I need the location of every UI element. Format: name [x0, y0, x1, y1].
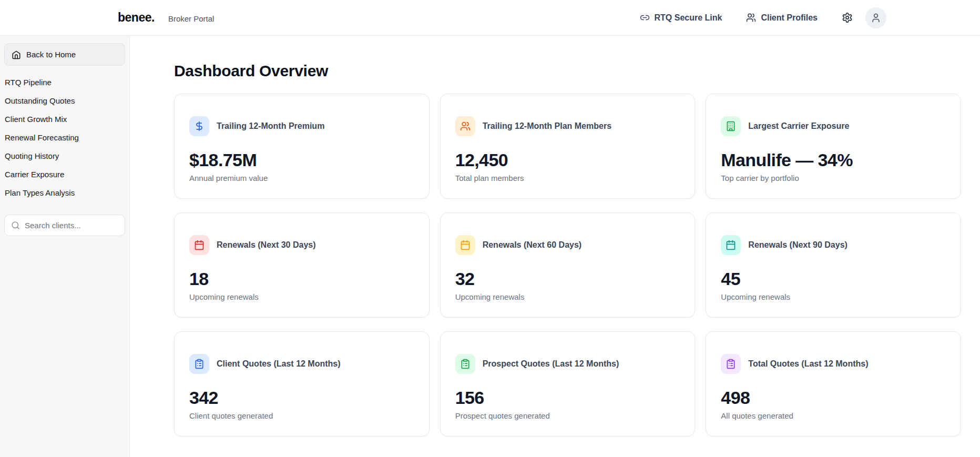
stat-subtitle: Client quotes generated — [189, 411, 414, 420]
settings-button[interactable] — [842, 12, 853, 23]
stat-card-client-quotes: Client Quotes (Last 12 Months) 342 Clien… — [174, 331, 430, 436]
stat-card-renewals-90: Renewals (Next 90 Days) 45 Upcoming rene… — [706, 212, 961, 318]
sidebar: Back to Home RTQ Pipeline Outstanding Qu… — [0, 36, 130, 457]
calendar-icon — [189, 235, 209, 255]
gear-icon — [842, 12, 853, 23]
stat-card-carrier-exposure: Largest Carrier Exposure Manulife — 34% … — [706, 94, 961, 199]
stat-label: Trailing 12-Month Plan Members — [483, 121, 611, 131]
stat-card-trailing-premium: Trailing 12-Month Premium $18.75M Annual… — [174, 94, 430, 199]
clipboard-list-icon — [721, 354, 741, 374]
main-content: Dashboard Overview Trailing 12-Month Pre… — [130, 36, 980, 457]
stats-grid: Trailing 12-Month Premium $18.75M Annual… — [174, 94, 961, 436]
link-icon — [640, 13, 650, 23]
sidebar-nav: RTQ Pipeline Outstanding Quotes Client G… — [4, 73, 125, 202]
stat-value: Manulife — 34% — [721, 150, 946, 170]
stat-subtitle: Prospect quotes generated — [455, 411, 680, 420]
dollar-sign-icon — [189, 116, 209, 136]
stat-subtitle: Upcoming renewals — [721, 292, 946, 301]
calendar-icon — [455, 235, 475, 255]
stat-value: 342 — [189, 388, 414, 408]
stat-card-prospect-quotes: Prospect Quotes (Last 12 Months) 156 Pro… — [440, 331, 696, 436]
stat-card-renewals-30: Renewals (Next 30 Days) 18 Upcoming rene… — [174, 212, 430, 318]
stat-value: 12,450 — [455, 150, 680, 170]
sidebar-item-client-growth-mix[interactable]: Client Growth Mix — [4, 110, 125, 128]
stat-subtitle: Upcoming renewals — [189, 292, 414, 301]
sidebar-item-plan-types-analysis[interactable]: Plan Types Analysis — [4, 184, 125, 202]
stat-value: 18 — [189, 269, 414, 289]
stat-label: Renewals (Next 60 Days) — [483, 240, 582, 250]
stat-label: Trailing 12-Month Premium — [217, 121, 324, 131]
page-title: Dashboard Overview — [174, 62, 961, 80]
stat-label: Renewals (Next 90 Days) — [748, 240, 848, 250]
back-to-home-label: Back to Home — [26, 50, 76, 59]
stat-card-plan-members: Trailing 12-Month Plan Members 12,450 To… — [440, 94, 696, 199]
user-icon — [871, 13, 881, 23]
stat-value: 498 — [721, 388, 946, 408]
building-icon — [721, 116, 741, 136]
top-header: benee. Broker Portal RTQ Secure Link Cli… — [0, 0, 980, 36]
client-search — [4, 215, 125, 236]
client-profiles-button[interactable]: Client Profiles — [746, 13, 818, 23]
stat-value: 32 — [455, 269, 680, 289]
sidebar-item-renewal-forecasting[interactable]: Renewal Forecasting — [4, 128, 125, 147]
stat-subtitle: Top carrier by portfolio — [721, 174, 946, 182]
stat-subtitle: All quotes generated — [721, 411, 946, 420]
brand-logo: benee. — [118, 11, 155, 25]
sidebar-item-carrier-exposure[interactable]: Carrier Exposure — [4, 165, 125, 184]
stat-subtitle: Upcoming renewals — [455, 292, 680, 301]
clipboard-list-icon — [455, 354, 475, 374]
home-icon — [12, 50, 21, 59]
search-icon — [11, 221, 20, 230]
sidebar-item-quoting-history[interactable]: Quoting History — [4, 147, 125, 165]
client-profiles-label: Client Profiles — [761, 13, 818, 23]
stat-label: Renewals (Next 30 Days) — [217, 240, 316, 250]
stat-card-total-quotes: Total Quotes (Last 12 Months) 498 All qu… — [706, 331, 961, 436]
stat-label: Client Quotes (Last 12 Months) — [217, 359, 341, 369]
back-to-home-button[interactable]: Back to Home — [4, 43, 125, 66]
stat-label: Largest Carrier Exposure — [748, 121, 849, 131]
stat-value: 156 — [455, 388, 680, 408]
stat-value: $18.75M — [189, 150, 414, 170]
clipboard-list-icon — [189, 354, 209, 374]
user-avatar-button[interactable] — [865, 7, 886, 28]
users-icon — [746, 13, 756, 23]
stat-label: Total Quotes (Last 12 Months) — [748, 359, 868, 369]
stat-subtitle: Total plan members — [455, 174, 680, 182]
search-input[interactable] — [25, 221, 118, 230]
portal-subtitle: Broker Portal — [168, 14, 215, 23]
calendar-icon — [721, 235, 741, 255]
stat-label: Prospect Quotes (Last 12 Months) — [483, 359, 619, 369]
sidebar-item-rtq-pipeline[interactable]: RTQ Pipeline — [4, 73, 125, 92]
users-icon — [455, 116, 475, 136]
stat-subtitle: Annual premium value — [189, 174, 414, 182]
rtq-secure-link-label: RTQ Secure Link — [655, 13, 722, 23]
rtq-secure-link-button[interactable]: RTQ Secure Link — [640, 13, 722, 23]
stat-card-renewals-60: Renewals (Next 60 Days) 32 Upcoming rene… — [440, 212, 696, 318]
sidebar-item-outstanding-quotes[interactable]: Outstanding Quotes — [4, 92, 125, 110]
stat-value: 45 — [721, 269, 946, 289]
